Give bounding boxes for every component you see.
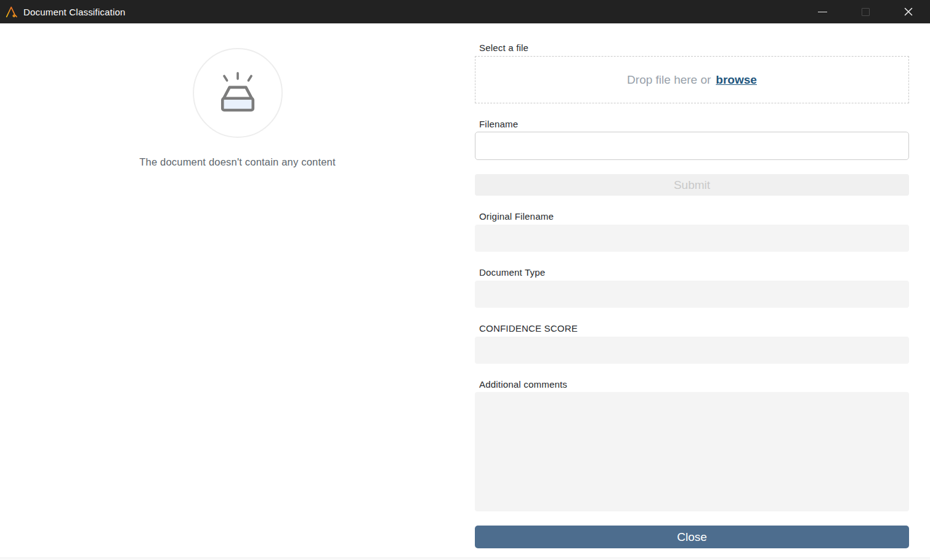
- window-bottom-edge: [0, 558, 930, 560]
- additional-comments-field: [475, 392, 909, 511]
- original-filename-label: Original Filename: [475, 210, 909, 223]
- confidence-score-field: [475, 337, 909, 364]
- file-dropzone[interactable]: Drop file here or browse: [475, 56, 909, 103]
- submit-button[interactable]: Submit: [475, 174, 909, 196]
- app-window: Document Classification: [0, 0, 930, 560]
- app-logo-icon: [5, 5, 18, 18]
- document-type-field: [475, 281, 909, 308]
- filename-label: Filename: [475, 118, 909, 130]
- select-file-label: Select a file: [475, 42, 909, 54]
- document-type-label: Document Type: [475, 266, 909, 279]
- original-filename-field: [475, 225, 909, 252]
- minimize-button[interactable]: [801, 0, 844, 23]
- browse-link[interactable]: browse: [716, 73, 757, 87]
- minimize-icon: [818, 12, 827, 12]
- classification-form: Select a file Drop file here or browse F…: [475, 23, 909, 560]
- additional-comments-label: Additional comments: [475, 378, 909, 391]
- empty-state-message: The document doesn't contain any content: [139, 156, 335, 168]
- document-preview-pane: The document doesn't contain any content: [0, 23, 475, 560]
- filename-input[interactable]: [475, 132, 909, 160]
- titlebar: Document Classification: [0, 0, 930, 23]
- window-controls: [801, 0, 930, 23]
- window-title: Document Classification: [23, 7, 126, 17]
- dropzone-text: Drop file here or: [627, 73, 711, 87]
- close-window-button[interactable]: [887, 0, 930, 23]
- close-button[interactable]: Close: [475, 526, 909, 548]
- maximize-icon: [862, 8, 870, 16]
- maximize-button[interactable]: [844, 0, 887, 23]
- empty-state-circle: [193, 48, 283, 138]
- empty-inbox-icon: [211, 66, 265, 120]
- main-content: The document doesn't contain any content…: [0, 23, 930, 560]
- confidence-score-label: CONFIDENCE SCORE: [475, 322, 909, 335]
- close-icon: [904, 7, 913, 17]
